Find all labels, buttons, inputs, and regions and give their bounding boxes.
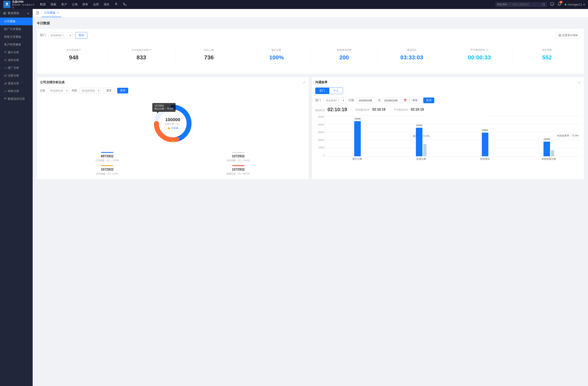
top-nav: 云朵CRM 教育机构一站式服务云平台 数据 线索 客户 公海 财务 运营 报名 … [0, 0, 588, 9]
user-dropdown-icon[interactable]: ▾ [583, 3, 585, 6]
stat-label-3: 拨打次数 [243, 48, 310, 52]
stat-value-5: 03:33:03 [378, 54, 445, 61]
avg-call-value: 02:10:19 [411, 108, 424, 111]
nav-customers[interactable]: 客户 [61, 2, 67, 7]
sidebar-item-company[interactable]: 公司看板 [0, 18, 33, 25]
online-status-dot [565, 4, 566, 5]
sidebar-section-header[interactable]: 数据看板 ▲ [0, 9, 33, 18]
bar-3-main[interactable] [544, 142, 550, 156]
username: manager11 [567, 3, 582, 6]
company-board-tab[interactable]: 公司看板 ✕ [42, 9, 61, 17]
settings-button[interactable]: 设置显示指标 [556, 32, 581, 39]
svg-rect-7 [5, 14, 6, 14]
sidebar-item-promo[interactable]: 推广分析 [0, 64, 33, 72]
donut-center-label: 目标总量（元） [165, 122, 181, 125]
nav-ops[interactable]: 运营 [93, 2, 99, 7]
uncompleted-bar [232, 152, 244, 153]
monitor-icon[interactable] [550, 2, 554, 7]
tab-close-icon[interactable]: ✕ [57, 11, 59, 14]
bar-0-main[interactable] [354, 121, 361, 156]
nav-signup[interactable]: 报名 [104, 2, 109, 7]
stats-row: 今日首咨客户 948 今日有效首咨客户 833 回访人数 736 拨打次数 10… [40, 43, 581, 66]
calendar-icon[interactable]: 📅 [404, 99, 407, 102]
hamburger-icon[interactable]: ☰ [36, 11, 39, 15]
user-info[interactable]: manager11 ▾ [565, 3, 585, 6]
person-icon[interactable] [114, 1, 118, 8]
stat-revisit: 回访人数 736 [175, 47, 243, 62]
goal-expand-icon[interactable]: ⤢ [303, 81, 305, 84]
stat-value-3: 100% [243, 54, 310, 61]
goal-query-button[interactable]: 查询 [117, 88, 128, 94]
donut-center-value: 100000 [165, 117, 181, 122]
svg-point-1 [116, 3, 117, 4]
should-complete-desc: 应完成量（元）| 8.9% [43, 172, 171, 175]
filter-icon [4, 51, 6, 54]
search-input[interactable] [512, 3, 541, 6]
period-label: 周期 [72, 89, 77, 92]
phone-icon[interactable] [123, 1, 126, 8]
sidebar: 数据看板 ▲ 公司看板 推广主管看板 销售主管看板 客户经理看板 漏斗分析 成本… [0, 9, 33, 386]
sidebar-item-funnel[interactable]: 漏斗分析 [0, 49, 33, 56]
sidebar-item-promo-mgr[interactable]: 推广主管看板 [0, 25, 33, 33]
avg-call-stat: 平均通话时长 02:10:19 [394, 108, 424, 112]
goal-reset-button[interactable]: 重置 [103, 88, 115, 94]
visitor-icon [4, 75, 6, 77]
target-label: 目标 [40, 89, 45, 92]
tab-bar: ☰ 公司看板 ✕ [33, 9, 588, 17]
bar-1-secondary[interactable] [423, 144, 426, 156]
date-start-input[interactable] [357, 98, 377, 103]
nav-finance[interactable]: 财务 [83, 2, 88, 7]
svg-rect-17 [5, 98, 6, 98]
target-select[interactable]: 请选择目标 [48, 88, 69, 94]
valid-call-label: 有效通话时长 [355, 108, 370, 111]
period-select[interactable]: 请选择周期 [79, 88, 101, 94]
sidebar-item-data-flow[interactable]: 数据流转记录 [0, 95, 33, 103]
nav-leads[interactable]: 线索 [51, 2, 56, 7]
x-label-2: 有效通话 [453, 157, 517, 161]
goal-stats-grid: 8972932 已完成量（元）| 70.9% 1072932 未完成量（元）| … [40, 152, 305, 175]
donut-center-status: 👍 已达成 [165, 126, 181, 130]
bar-1-main[interactable] [416, 128, 422, 156]
sidebar-item-cost[interactable]: 成本分析 [0, 56, 33, 64]
today-filter-row: 部门 请选择部门 查询 设置显示指标 [40, 32, 581, 39]
uncompleted-value: 1072932 [174, 154, 302, 158]
stat-label-7: 成交单数 [513, 48, 581, 52]
notification-bell-icon[interactable]: 5 [557, 2, 562, 7]
stat-label-6: 平均通话时长 [446, 48, 513, 52]
dept-tab[interactable]: 部门 [315, 88, 329, 94]
search-icon [542, 3, 545, 6]
donut-center: 100000 目标总量（元） 👍 已达成 [165, 117, 181, 130]
comm-reset-button[interactable]: 重置 [409, 97, 421, 103]
svg-point-0 [6, 3, 8, 5]
promo-icon [4, 67, 6, 69]
personal-tab[interactable]: 个人 [329, 88, 343, 94]
comm-tab-group: 部门 个人 [315, 88, 581, 94]
donut-wrapper: 1072932 所占比例：70.9% [150, 101, 195, 146]
main-content: ☰ 公司看板 ✕ 今日数据 部门 请选择部门 [33, 9, 588, 386]
data-flow-icon [4, 98, 6, 100]
sidebar-collapse-icon[interactable]: ▲ [27, 12, 29, 15]
date-end-input[interactable] [382, 98, 402, 103]
today-query-button[interactable]: 查询 [75, 32, 87, 39]
sidebar-item-account-mgr[interactable]: 客户经理看板 [0, 41, 33, 49]
comm-expand-icon[interactable]: ⤢ [578, 81, 581, 84]
comm-dept-select[interactable]: 请选择部门 [323, 97, 346, 103]
goal-filter: 目标 请选择目标 周期 请选择周期 重置 [40, 88, 305, 94]
search-type-select[interactable]: 手机号码 [497, 3, 507, 6]
comm-filter-row: 部门 请选择部门 日期 至 📅 重置 [315, 97, 581, 103]
should-complete-value: 1072932 [43, 168, 171, 171]
logo-icon [3, 1, 10, 8]
nav-public[interactable]: 公海 [72, 2, 78, 7]
dept-select[interactable]: 请选择部门 [48, 32, 73, 38]
comm-query-button[interactable]: 查询 [423, 97, 434, 103]
svg-rect-6 [4, 14, 4, 14]
nav-data[interactable]: 数据 [40, 2, 46, 7]
sidebar-item-sales[interactable]: 销售分析 [0, 87, 33, 95]
two-cols: 公司业绩目标达成 ⤢ 目标 请选择目标 周期 请选 [37, 77, 584, 179]
bar-3-secondary[interactable] [551, 150, 554, 156]
bar-2-main[interactable] [482, 133, 488, 156]
sidebar-item-channels[interactable]: 渠道分析 [0, 79, 33, 87]
sidebar-item-visitors[interactable]: 访客分析 [0, 72, 33, 79]
channel-icon [4, 82, 6, 85]
sidebar-item-sales-mgr[interactable]: 销售主管看板 [0, 33, 33, 41]
